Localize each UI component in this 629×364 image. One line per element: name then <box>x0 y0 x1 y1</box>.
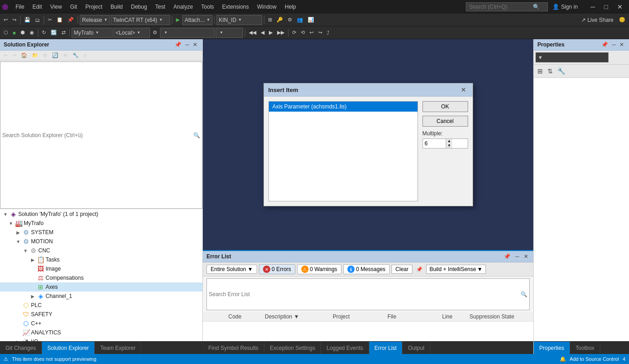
errors-filter-btn[interactable]: ✕ 0 Errors <box>259 264 295 274</box>
tab-properties[interactable]: Properties <box>534 342 570 354</box>
copy-btn[interactable]: 📋 <box>55 16 65 24</box>
tab-toolbox[interactable]: Toolbox <box>570 342 600 354</box>
platform-dropdown[interactable]: TwinCAT RT (x64) ▼ <box>111 15 170 25</box>
toolbar-icon2[interactable]: 🔑 <box>275 16 285 24</box>
redo-btn[interactable]: ↪ <box>10 16 18 24</box>
se-view-btn[interactable]: 👁 <box>61 52 70 59</box>
sign-in-button[interactable]: 👤 Sign in <box>549 2 582 12</box>
empty-dropdown[interactable]: ▼ <box>160 28 215 38</box>
tab-logged-events[interactable]: Logged Events <box>321 342 369 354</box>
error-pin-icon[interactable]: 📌 <box>414 266 424 273</box>
tb2-extra4[interactable]: ↪ <box>316 29 324 36</box>
se-more-btn[interactable]: ≡ <box>82 52 88 59</box>
menu-edit[interactable]: Edit <box>29 2 46 12</box>
add-to-source-label[interactable]: Add to Source Control <box>570 356 619 362</box>
se-filter-btn[interactable]: 🔧 <box>71 51 81 59</box>
tree-item-axes[interactable]: ⊞ Axes <box>0 282 202 292</box>
tree-item-system[interactable]: ▶ ⚙ SYSTEM <box>0 228 202 237</box>
modal-multiple-input[interactable] <box>423 139 446 148</box>
cut-btn[interactable]: ✂ <box>46 16 54 24</box>
tree-item-motion[interactable]: ▼ ⚙ MOTION <box>0 237 202 246</box>
modal-multiple-spinner[interactable]: ▲ ▼ <box>423 138 468 149</box>
menu-project[interactable]: Project <box>82 2 106 12</box>
panel-minimize-btn[interactable]: ─ <box>184 41 191 48</box>
panel-close-btn[interactable]: ✕ <box>191 41 199 48</box>
close-button[interactable]: ✕ <box>613 2 627 11</box>
tab-git-changes[interactable]: Git Changes <box>0 342 42 354</box>
panel-pin-btn[interactable]: 📌 <box>173 41 183 48</box>
props-close-btn[interactable]: ✕ <box>618 41 625 48</box>
tb2-extra3[interactable]: ↩ <box>308 29 315 36</box>
menu-test[interactable]: Test <box>152 2 169 12</box>
modal-cancel-button[interactable]: Cancel <box>423 116 468 127</box>
toolbar-icon3[interactable]: ⚙ <box>286 16 294 24</box>
tab-find-symbol[interactable]: Find Symbol Results <box>203 342 264 354</box>
tree-item-image[interactable]: 🖼 Image <box>0 264 202 273</box>
modal-ok-button[interactable]: OK <box>423 101 468 112</box>
error-search-box[interactable]: 🔍 <box>206 278 530 310</box>
tb2-nav4[interactable]: ▶▶ <box>275 29 286 36</box>
menu-analyze[interactable]: Analyze <box>170 2 197 12</box>
tree-item-safety[interactable]: 🛡 SAFETY <box>0 310 202 319</box>
menu-tools[interactable]: Tools <box>197 2 217 12</box>
tree-item-solution[interactable]: ▼ ◈ Solution 'MyTrafo' (1 of 1 project) <box>0 210 202 219</box>
menu-help[interactable]: Help <box>281 2 300 12</box>
menu-debug[interactable]: Debug <box>127 2 150 12</box>
tb2-extra2[interactable]: ⟲ <box>299 29 307 36</box>
build-dropdown[interactable]: Build + IntelliSense ▼ <box>426 265 485 274</box>
tab-output[interactable]: Output <box>402 342 430 354</box>
se-search-input[interactable] <box>2 132 193 138</box>
se-settings-icon[interactable]: ⚙ <box>41 51 49 59</box>
menu-build[interactable]: Build <box>107 2 127 12</box>
tb2-btn3[interactable]: ⬢ <box>19 29 27 36</box>
tb2-btn1[interactable]: ⬡ <box>2 29 10 36</box>
tb2-btn6[interactable]: 🔃 <box>49 29 59 36</box>
undo-btn[interactable]: ↩ <box>2 16 10 24</box>
props-minimize-btn[interactable]: ─ <box>610 41 617 48</box>
warnings-filter-btn[interactable]: ⚠ 0 Warnings <box>297 264 341 274</box>
error-close-btn[interactable]: ✕ <box>522 253 530 260</box>
messages-filter-btn[interactable]: ℹ 0 Messages <box>343 264 390 274</box>
mytrafo-dropdown[interactable]: MyTrafo ▼ <box>72 28 113 38</box>
toolbar-icon1[interactable]: ⊞ <box>266 16 274 24</box>
menu-extensions[interactable]: Extensions <box>218 2 253 12</box>
props-sort-btn[interactable]: ⇅ <box>546 67 555 76</box>
menu-git[interactable]: Git <box>67 2 81 12</box>
modal-close-button[interactable]: ✕ <box>459 86 468 93</box>
menu-search-box[interactable]: 🔍 <box>466 2 548 11</box>
paste-btn[interactable]: 📌 <box>66 16 76 24</box>
error-minimize-btn[interactable]: ─ <box>514 253 521 260</box>
tree-item-tasks[interactable]: ▶ 📋 Tasks <box>0 255 202 264</box>
tb2-btn7[interactable]: ⇄ <box>60 29 67 36</box>
kin-id-dropdown[interactable]: KIN_ID ▼ <box>217 15 262 25</box>
se-back-btn[interactable]: ↩ <box>2 51 10 59</box>
tree-item-compensations[interactable]: ⚖ Compensations <box>0 273 202 282</box>
tab-solution-explorer[interactable]: Solution Explorer <box>42 342 95 354</box>
props-grid-btn[interactable]: ⊞ <box>536 67 545 76</box>
se-refresh-btn[interactable]: 🔄 <box>50 51 60 59</box>
solution-filter-dropdown[interactable]: Entire Solution ▼ <box>206 265 257 274</box>
tree-item-cnc[interactable]: ▼ ⚙ CNC <box>0 246 202 255</box>
tree-item-cpp[interactable]: ⬡ C++ <box>0 319 202 328</box>
tree-item-channel1[interactable]: ▶ ◈ Channel_1 <box>0 292 202 301</box>
spinner-down-btn[interactable]: ▼ <box>446 144 453 148</box>
restore-button[interactable]: □ <box>600 2 613 11</box>
se-folder-btn[interactable]: 📁 <box>30 51 40 59</box>
modal-list-item-axis[interactable]: Axis Parameter (achsmds1.lis) <box>269 102 418 112</box>
tb2-nav2[interactable]: ◀ <box>259 29 266 36</box>
feedback-icon[interactable]: 😊 <box>617 16 627 24</box>
props-wrench-btn[interactable]: 🔧 <box>556 67 567 76</box>
tb2-settings[interactable]: ⚙ <box>151 29 159 36</box>
menu-window[interactable]: Window <box>253 2 280 12</box>
se-forward-btn[interactable]: ↪ <box>10 51 18 59</box>
release-dropdown[interactable]: Release ▼ <box>80 15 110 25</box>
local-dropdown[interactable]: <Local> ▼ <box>113 28 150 38</box>
clear-button[interactable]: Clear <box>392 265 413 274</box>
tab-error-list[interactable]: Error List <box>369 342 403 354</box>
modal-item-list[interactable]: Axis Parameter (achsmds1.lis) <box>268 101 418 201</box>
error-search-input[interactable] <box>209 291 521 297</box>
tb2-btn4[interactable]: ◉ <box>28 29 36 36</box>
save-all-btn[interactable]: 🗂 <box>33 16 42 24</box>
tb2-extra1[interactable]: ⟳ <box>290 29 298 36</box>
error-pin-btn[interactable]: 📌 <box>502 253 512 260</box>
